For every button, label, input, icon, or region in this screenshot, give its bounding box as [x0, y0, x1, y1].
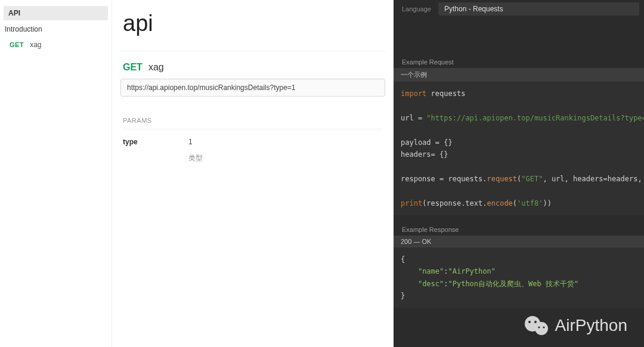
example-response-title: Example Response: [394, 226, 644, 236]
code-token: "AirPython": [448, 267, 496, 275]
code-token: headers= {}: [401, 150, 448, 159]
svg-point-4: [538, 326, 540, 328]
svg-point-1: [535, 322, 548, 335]
code-token: {: [401, 255, 405, 264]
code-token: response = requests.: [401, 175, 487, 183]
code-token: "Python自动化及爬虫、Web 技术干货": [448, 280, 579, 288]
code-token: }: [401, 292, 405, 300]
response-code-block[interactable]: { "name":"AirPython" "desc":"Python自动化及爬…: [394, 247, 644, 308]
code-token: "https://api.apiopen.top/musicRankingsDe…: [426, 114, 644, 122]
main-content: api GET xag https://api.apiopen.top/musi…: [112, 0, 394, 347]
code-token: , url, headers=headers, data = payload): [543, 175, 644, 183]
example-request-title: Example Request: [394, 58, 644, 68]
code-token: "desc": [418, 280, 444, 288]
response-status: 200 — OK: [394, 236, 644, 247]
wechat-icon: [524, 315, 549, 336]
svg-point-3: [534, 321, 537, 323]
sidebar-item-introduction[interactable]: Introduction: [4, 20, 108, 38]
svg-point-5: [543, 326, 544, 328]
url-field[interactable]: https://api.apiopen.top/musicRankingsDet…: [120, 79, 385, 97]
request-code-block[interactable]: import requests url = "https://api.apiop…: [394, 82, 644, 215]
app-root: API Introduction GET xag api GET xag htt…: [0, 0, 644, 347]
language-label: Language: [402, 5, 431, 13]
endpoint-header: GET xag: [120, 62, 385, 79]
code-token: :: [444, 267, 448, 275]
code-token: import: [401, 89, 426, 98]
code-token: :: [444, 280, 448, 288]
param-value: 1: [188, 138, 193, 146]
svg-point-2: [528, 321, 531, 323]
param-description: 类型: [186, 153, 385, 163]
code-token: print: [401, 199, 422, 207]
code-token: encode: [487, 199, 513, 207]
watermark-text: AirPython: [555, 316, 627, 335]
endpoint-method: GET: [123, 62, 143, 73]
code-token: "name": [418, 267, 444, 275]
code-panel: Language Python - Requests Example Reque…: [394, 0, 644, 347]
page-title: api: [120, 0, 385, 51]
language-bar: Language Python - Requests: [394, 0, 644, 18]
sidebar-header: API: [4, 6, 108, 20]
example-request-name: 一个示例: [394, 68, 644, 82]
param-key: type: [123, 138, 188, 146]
code-token: requests: [426, 89, 465, 98]
code-token: 'utf8': [517, 199, 543, 207]
watermark: AirPython: [524, 315, 627, 336]
code-token: request: [487, 175, 518, 183]
code-token: "GET": [521, 175, 543, 183]
code-token: )): [543, 199, 551, 207]
svg-point-0: [525, 316, 540, 331]
language-selector[interactable]: Python - Requests: [438, 2, 639, 16]
endpoint-name-label: xag: [30, 41, 41, 49]
endpoint-method-badge: GET: [10, 41, 24, 48]
sidebar: API Introduction GET xag: [0, 0, 112, 347]
code-token: (response.text.: [422, 199, 487, 207]
divider: [123, 129, 383, 129]
code-token: url =: [401, 114, 426, 122]
param-row: type 1: [120, 138, 385, 146]
code-token: payload = {}: [401, 138, 453, 147]
sidebar-item-xag[interactable]: GET xag: [4, 38, 108, 51]
code-token: (: [513, 199, 517, 207]
endpoint-name: xag: [148, 62, 164, 73]
divider: [120, 51, 385, 51]
params-section-label: PARAMS: [123, 117, 383, 124]
